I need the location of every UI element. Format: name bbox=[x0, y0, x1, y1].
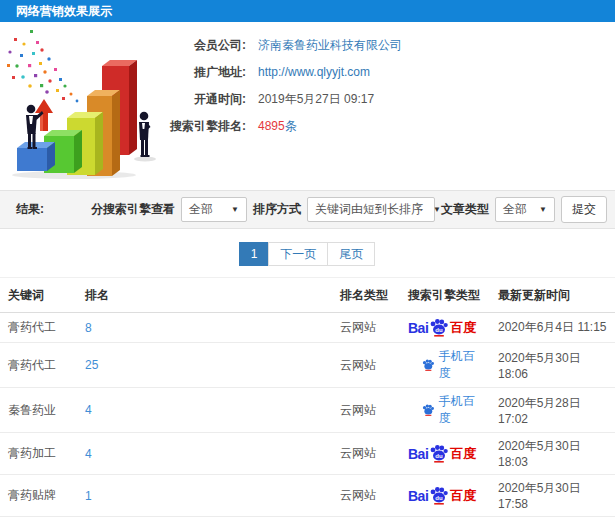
rank-count-number: 4895 bbox=[258, 119, 285, 133]
article-type-value: 全部 bbox=[503, 201, 527, 218]
table-row: 膏药代工 25 云网站 手机百度 2020年5月30日 18:06 bbox=[0, 343, 615, 388]
keyword-cell: 膏药代工 bbox=[0, 343, 77, 388]
baidu-paw-icon bbox=[422, 403, 435, 417]
baidu-paw-icon: du bbox=[429, 318, 449, 337]
rank-count-label: 搜索引擎排名: bbox=[158, 118, 246, 135]
rank-type-cell: 云网站 bbox=[332, 343, 400, 388]
rank-link[interactable]: 4 bbox=[77, 433, 332, 475]
engine-filter-label: 分搜索引擎查看 bbox=[91, 201, 175, 218]
rank-type-cell: 云网站 bbox=[332, 433, 400, 475]
article-type-select[interactable]: 全部 ▼ bbox=[495, 197, 555, 222]
pagination: 1 下一页 尾页 bbox=[0, 229, 615, 277]
updated-time-cell: 2020年5月28日 16:55 bbox=[490, 517, 615, 520]
baidu-pc-logo: Bai du 百度 bbox=[408, 444, 482, 463]
baidu-paw-icon bbox=[422, 358, 435, 372]
keyword-cell: 膏药代工 bbox=[0, 313, 77, 343]
baidu-paw-icon: du bbox=[429, 444, 449, 463]
member-info-list: 会员公司: 济南秦鲁药业科技有限公司 推广地址: http://www.qlyy… bbox=[158, 36, 402, 144]
company-link[interactable]: 济南秦鲁药业科技有限公司 bbox=[258, 37, 402, 54]
sort-filter-select[interactable]: 关键词由短到长排序 ▼ bbox=[307, 197, 435, 222]
updated-time-cell: 2020年5月30日 18:06 bbox=[490, 343, 615, 388]
engine-type-cell: 手机百度 bbox=[400, 388, 490, 433]
engine-type-cell: Bai du 百度 bbox=[400, 313, 490, 343]
rank-link[interactable]: 1 bbox=[77, 475, 332, 517]
engine-filter-select[interactable]: 全部 ▼ bbox=[181, 197, 247, 222]
opened-label: 开通时间: bbox=[158, 91, 246, 108]
rank-count-value: 4895条 bbox=[258, 118, 297, 135]
rank-link[interactable]: 4 bbox=[77, 388, 332, 433]
results-table: 关键词 排名 排名类型 搜索引擎类型 最新更新时间 膏药代工 8 云网站 Bai… bbox=[0, 277, 615, 520]
engine-filter-value: 全部 bbox=[189, 201, 213, 218]
svg-text:du: du bbox=[436, 453, 444, 459]
result-label: 结果: bbox=[16, 201, 44, 218]
results-table-body: 膏药代工 8 云网站 Bai du 百度 2020年6月4日 11:15 bbox=[0, 313, 615, 520]
rank-type-cell: 云网站 bbox=[332, 388, 400, 433]
col-rank: 排名 bbox=[77, 278, 332, 313]
table-header-row: 关键词 排名 排名类型 搜索引擎类型 最新更新时间 bbox=[0, 278, 615, 313]
keyword-cell: 膏药加工 bbox=[0, 433, 77, 475]
bar-chart-illustration bbox=[2, 28, 172, 180]
engine-type-cell: 手机百度 bbox=[400, 343, 490, 388]
rank-type-cell: 云网站 bbox=[332, 475, 400, 517]
rank-link[interactable]: 25 bbox=[77, 343, 332, 388]
growth-chart-image bbox=[2, 28, 172, 180]
chevron-down-icon: ▼ bbox=[539, 205, 547, 214]
filter-bar: 结果: 分搜索引擎查看 全部 ▼ 排序方式 关键词由短到长排序 ▼ 文章类型 全… bbox=[0, 190, 615, 229]
next-page-button[interactable]: 下一页 bbox=[268, 242, 328, 266]
rank-count-suffix: 条 bbox=[285, 119, 297, 133]
col-rank-type: 排名类型 bbox=[332, 278, 400, 313]
opened-time-value: 2019年5月27日 09:17 bbox=[258, 91, 374, 108]
keyword-cell: 口罩贴牌 bbox=[0, 517, 77, 520]
keyword-cell: 秦鲁药业 bbox=[0, 388, 77, 433]
baidu-pc-logo: Bai du 百度 bbox=[408, 318, 482, 337]
info-row-opened: 开通时间: 2019年5月27日 09:17 bbox=[158, 90, 402, 108]
member-info-section: 会员公司: 济南秦鲁药业科技有限公司 推广地址: http://www.qlyy… bbox=[0, 22, 615, 190]
engine-type-cell: Bai du 百度 bbox=[400, 433, 490, 475]
rank-type-cell: 云网站 bbox=[332, 313, 400, 343]
chevron-down-icon: ▼ bbox=[433, 205, 441, 214]
col-updated: 最新更新时间 bbox=[490, 278, 615, 313]
filter-controls: 分搜索引擎查看 全部 ▼ 排序方式 关键词由短到长排序 ▼ 文章类型 全部 ▼ … bbox=[91, 196, 607, 223]
baidu-mobile-logo: 手机百度 bbox=[422, 348, 482, 382]
page-title: 网络营销效果展示 bbox=[16, 4, 112, 18]
page-1-button[interactable]: 1 bbox=[239, 242, 270, 266]
promotion-url-link[interactable]: http://www.qlyyjt.com bbox=[258, 65, 370, 79]
confetti-dots bbox=[7, 30, 78, 102]
url-label: 推广地址: bbox=[158, 64, 246, 81]
baidu-mobile-logo: 手机百度 bbox=[422, 393, 482, 427]
sort-filter-label: 排序方式 bbox=[253, 201, 301, 218]
rank-link[interactable]: 29 bbox=[77, 517, 332, 520]
baidu-paw-icon: du bbox=[429, 486, 449, 505]
info-row-url: 推广地址: http://www.qlyyjt.com bbox=[158, 63, 402, 81]
article-type-label: 文章类型 bbox=[441, 201, 489, 218]
svg-text:du: du bbox=[436, 327, 444, 333]
last-page-button[interactable]: 尾页 bbox=[327, 242, 375, 266]
svg-text:du: du bbox=[436, 495, 444, 501]
updated-time-cell: 2020年6月4日 11:15 bbox=[490, 313, 615, 343]
table-row: 膏药加工 4 云网站 Bai du 百度 2020年5月30日 18:03 bbox=[0, 433, 615, 475]
col-keyword: 关键词 bbox=[0, 278, 77, 313]
bar-blue bbox=[17, 142, 55, 171]
updated-time-cell: 2020年5月30日 17:58 bbox=[490, 475, 615, 517]
baidu-pc-logo: Bai du 百度 bbox=[408, 486, 482, 505]
submit-button[interactable]: 提交 bbox=[561, 196, 607, 223]
engine-type-cell: 手机百度 bbox=[400, 517, 490, 520]
col-engine-type: 搜索引擎类型 bbox=[400, 278, 490, 313]
company-label: 会员公司: bbox=[158, 37, 246, 54]
table-row: 口罩贴牌 29 云网站 手机百度 2020年5月28日 16:55 bbox=[0, 517, 615, 520]
businessman-right bbox=[139, 112, 151, 157]
table-row: 秦鲁药业 4 云网站 手机百度 2020年5月28日 17:02 bbox=[0, 388, 615, 433]
rank-link[interactable]: 8 bbox=[77, 313, 332, 343]
rank-type-cell: 云网站 bbox=[332, 517, 400, 520]
chevron-down-icon: ▼ bbox=[231, 205, 239, 214]
keyword-cell: 膏药贴牌 bbox=[0, 475, 77, 517]
updated-time-cell: 2020年5月28日 17:02 bbox=[490, 388, 615, 433]
table-row: 膏药贴牌 1 云网站 Bai du 百度 2020年5月30日 17:58 bbox=[0, 475, 615, 517]
table-row: 膏药代工 8 云网站 Bai du 百度 2020年6月4日 11:15 bbox=[0, 313, 615, 343]
engine-type-cell: Bai du 百度 bbox=[400, 475, 490, 517]
updated-time-cell: 2020年5月30日 18:03 bbox=[490, 433, 615, 475]
sort-filter-value: 关键词由短到长排序 bbox=[315, 201, 423, 218]
info-row-rank-count: 搜索引擎排名: 4895条 bbox=[158, 117, 402, 135]
info-row-company: 会员公司: 济南秦鲁药业科技有限公司 bbox=[158, 36, 402, 54]
page-header: 网络营销效果展示 bbox=[0, 0, 615, 22]
